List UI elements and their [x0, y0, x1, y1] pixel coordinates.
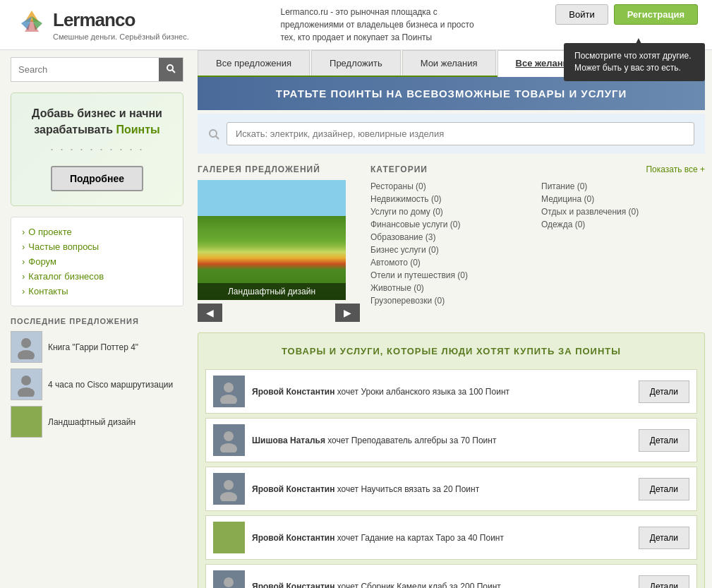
- category-item[interactable]: Услуги по дому (0): [370, 205, 534, 218]
- category-item[interactable]: Отдых и развлечения (0): [541, 205, 705, 218]
- tab-offer[interactable]: Предложить: [311, 50, 401, 76]
- categories-header: КАТЕГОРИИ Показать все +: [370, 164, 705, 174]
- categories-right-col: Питание (0) Медицина (0) Отдых и развлеч…: [541, 180, 705, 307]
- details-button[interactable]: Детали: [639, 429, 689, 452]
- svg-point-9: [18, 388, 35, 397]
- promo-line2: зарабатывать Поинты: [22, 124, 172, 136]
- gallery-caption: Ландшафтный дизайн: [198, 283, 346, 300]
- promo-dots: · · · · · · · · · ·: [22, 142, 172, 157]
- svg-point-10: [210, 130, 217, 137]
- promo-details-button[interactable]: Подробнее: [51, 166, 143, 191]
- svg-line-5: [172, 70, 175, 73]
- svg-point-17: [220, 492, 237, 501]
- nav-catalog[interactable]: ›Каталог бизнесов: [22, 269, 172, 284]
- category-item[interactable]: Одежда (0): [541, 218, 705, 231]
- sidebar: Добавь бизнес и начни зарабатывать Поинт…: [0, 50, 194, 588]
- categories-title: КАТЕГОРИИ: [370, 164, 428, 174]
- main-content: Все предложения Предложить Мои желания В…: [194, 50, 712, 588]
- recent-item-label: 4 часа по Cisco маршрутизации: [48, 380, 173, 390]
- category-item[interactable]: Бизнес услуги (0): [370, 244, 534, 256]
- category-item[interactable]: Грузоперевозки (0): [370, 294, 534, 307]
- want-description: хочет Преподаватель алгебры за 70 Поинт: [325, 436, 497, 445]
- svg-point-13: [220, 395, 237, 404]
- wants-title: ТОВАРЫ И УСЛУГИ, КОТОРЫЕ ЛЮДИ ХОТЯТ КУПИ…: [205, 340, 697, 362]
- want-text: Яровой Константин хочет Гадание на карта…: [252, 532, 632, 544]
- nav-contacts[interactable]: ›Контакты: [22, 284, 172, 299]
- search-input[interactable]: [11, 59, 159, 80]
- want-text: Яровой Константин хочет Научиться вязать…: [252, 483, 632, 496]
- gallery-prev-button[interactable]: ◀: [198, 304, 222, 322]
- person-icon: [217, 379, 241, 404]
- logo-tagline: Смешные деньги. Серьёзный бизнес.: [53, 32, 189, 41]
- want-name: Шишова Наталья: [252, 436, 325, 445]
- garden-image: [198, 180, 346, 300]
- category-item[interactable]: Медицина (0): [541, 193, 705, 205]
- category-item[interactable]: Образование (3): [370, 231, 534, 244]
- avatar: [213, 376, 245, 407]
- category-item[interactable]: Автомото (0): [370, 256, 534, 269]
- nav-about[interactable]: ›О проекте: [22, 224, 172, 239]
- category-item[interactable]: Финансовые услуги (0): [370, 218, 534, 231]
- svg-point-18: [224, 577, 234, 587]
- logo-area: Lermanco Смешные деньги. Серьёзный бизне…: [14, 9, 189, 41]
- search-box: [11, 57, 183, 82]
- svg-point-8: [21, 376, 31, 385]
- category-item[interactable]: Недвижимость (0): [370, 193, 534, 205]
- person-icon: [14, 335, 39, 359]
- list-item: Книга "Гарри Поттер 4": [11, 331, 183, 363]
- details-button[interactable]: Детали: [639, 380, 689, 403]
- tab-all-offers[interactable]: Все предложения: [198, 50, 310, 76]
- category-item[interactable]: Питание (0): [541, 180, 705, 193]
- avatar: [11, 406, 42, 438]
- categories-section: КАТЕГОРИИ Показать все + Рестораны (0) Н…: [370, 164, 705, 322]
- tab-my-wishes[interactable]: Мои желания: [402, 50, 496, 76]
- tabs-container: Все предложения Предложить Мои желания В…: [198, 50, 705, 77]
- tooltip: Посмотрите что хотят другие. Может быть …: [564, 43, 705, 81]
- main-search-input[interactable]: [227, 122, 694, 145]
- search-icon: [208, 128, 219, 140]
- promo-box: Добавь бизнес и начни зарабатывать Поинт…: [11, 92, 183, 206]
- want-name: Яровой Константин: [252, 533, 334, 543]
- svg-point-6: [21, 338, 31, 348]
- want-description: хочет Научиться вязать за 20 Поинт: [334, 484, 479, 494]
- gallery-next-button[interactable]: ▶: [335, 304, 360, 322]
- avatar: [11, 331, 42, 363]
- gallery-title: ГАЛЕРЕЯ ПРЕДЛОЖЕНИЙ: [198, 164, 360, 174]
- categories-left-col: Рестораны (0) Недвижимость (0) Услуги по…: [370, 180, 534, 307]
- want-name: Яровой Константин: [252, 582, 334, 589]
- svg-point-15: [220, 443, 237, 452]
- category-item[interactable]: Рестораны (0): [370, 180, 534, 193]
- want-text: Яровой Константин хочет Сборник Камеди к…: [252, 580, 632, 589]
- category-item[interactable]: Животные (0): [370, 282, 534, 294]
- header-description: Lermanco.ru - это рыночная площадка с пр…: [281, 6, 478, 44]
- show-all-link[interactable]: Показать все +: [646, 164, 705, 174]
- wants-section: ТОВАРЫ И УСЛУГИ, КОТОРЫЕ ЛЮДИ ХОТЯТ КУПИ…: [198, 332, 705, 588]
- want-text: Яровой Константин хочет Уроки албанского…: [252, 385, 632, 398]
- svg-point-7: [18, 350, 35, 359]
- recent-title: ПОСЛЕДНИЕ ПРЕДЛОЖЕНИЯ: [11, 317, 183, 325]
- want-description: хочет Сборник Камеди клаб за 200 Поинт: [334, 582, 500, 589]
- nav-faq[interactable]: ›Частые вопросы: [22, 239, 172, 254]
- gallery-categories: ГАЛЕРЕЯ ПРЕДЛОЖЕНИЙ Ландшафтный дизайн ◀…: [198, 164, 705, 322]
- register-button[interactable]: Регистрация: [614, 4, 698, 25]
- login-button[interactable]: Войти: [555, 4, 608, 25]
- recent-section: ПОСЛЕДНИЕ ПРЕДЛОЖЕНИЯ Книга "Гарри Потте…: [11, 317, 183, 438]
- list-item: 4 часа по Cisco маршрутизации: [11, 368, 183, 400]
- search-button[interactable]: [159, 58, 183, 81]
- want-name: Яровой Константин: [252, 387, 334, 397]
- gallery-image: Ландшафтный дизайн: [198, 180, 346, 300]
- avatar: [213, 522, 245, 553]
- svg-point-12: [224, 383, 234, 392]
- category-item[interactable]: Отели и путешествия (0): [370, 269, 534, 282]
- avatar: [213, 473, 245, 505]
- avatar: [213, 424, 245, 456]
- search-icon: [166, 64, 176, 73]
- want-description: хочет Уроки албанского языка за 100 Поин…: [334, 387, 509, 397]
- svg-point-16: [224, 480, 234, 490]
- details-button[interactable]: Детали: [639, 478, 689, 500]
- nav-forum[interactable]: ›Форум: [22, 254, 172, 269]
- details-button[interactable]: Детали: [639, 575, 689, 589]
- details-button[interactable]: Детали: [639, 527, 689, 549]
- person-icon: [217, 476, 241, 501]
- avatar: [213, 570, 245, 588]
